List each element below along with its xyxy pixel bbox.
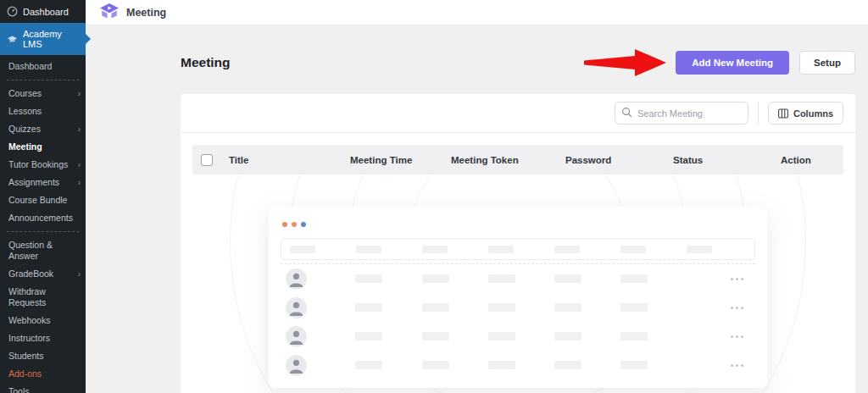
skeleton-bar [554, 274, 581, 283]
skeleton-rows [281, 264, 755, 379]
skeleton-bar [620, 303, 648, 312]
skeleton-bar [687, 246, 712, 253]
sidebar-item-course-bundle[interactable]: Course Bundle [0, 191, 86, 209]
toolbar-divider [758, 102, 759, 125]
sidebar-item-withdraw-requests[interactable]: Withdraw Requests [0, 283, 86, 312]
sidebar-item-gradebook[interactable]: GradeBook› [0, 265, 86, 283]
sidebar-item-wp-dashboard[interactable]: Dashboard [0, 0, 86, 23]
sidebar-item-lessons[interactable]: Lessons [0, 102, 86, 120]
page-title: Meeting [181, 55, 231, 70]
sidebar-item-meeting[interactable]: Meeting [0, 138, 86, 156]
sidebar-item-add-ons[interactable]: Add-ons [0, 365, 86, 383]
skeleton-bar [488, 361, 515, 369]
active-menu-arrow-icon [86, 34, 91, 44]
header-actions: Add New Meeting Setup [584, 47, 855, 79]
academy-lms-logo-icon [99, 3, 120, 21]
skeleton-bar [422, 246, 448, 253]
red-annotation-arrow-icon [584, 47, 669, 79]
table-body-empty-state [192, 174, 843, 393]
skeleton-bar [355, 274, 382, 283]
sidebar-item-courses[interactable]: Courses› [0, 85, 86, 102]
window-dot-icon [292, 222, 297, 227]
column-header-meeting-time: Meeting Time [350, 155, 451, 165]
sidebar-item-instructors[interactable]: Instructors [0, 329, 86, 347]
skeleton-row [281, 351, 755, 379]
avatar [286, 297, 307, 318]
table-header-row: Title Meeting Time Meeting Token Passwor… [192, 145, 843, 174]
skeleton-row [281, 322, 755, 351]
chevron-right-icon: › [78, 90, 81, 98]
empty-state-illustration [269, 207, 767, 388]
meetings-table: Title Meeting Time Meeting Token Passwor… [181, 133, 855, 393]
column-header-title: Title [229, 155, 350, 165]
sidebar-item-tools[interactable]: Tools [0, 383, 86, 393]
ellipsis-actions-icon [684, 307, 750, 309]
skeleton-row [281, 264, 755, 293]
skeleton-bar [488, 246, 514, 253]
columns-button-label: Columns [793, 108, 833, 119]
select-all-checkbox[interactable] [201, 154, 213, 166]
skeleton-bar [422, 274, 449, 283]
sidebar-item-academy-lms[interactable]: Academy LMS [0, 23, 86, 55]
column-header-password: Password [565, 155, 673, 165]
column-header-status: Status [673, 155, 781, 165]
person-icon [286, 355, 307, 376]
skeleton-bar [554, 361, 581, 369]
sidebar-item-assignments[interactable]: Assignments› [0, 174, 86, 191]
graduation-cap-icon [7, 34, 18, 45]
sidebar-submenu: Dashboard Courses› Lessons Quizzes› Meet… [0, 55, 86, 393]
sidebar-item-announcements[interactable]: Announcements [0, 209, 86, 227]
skeleton-bar [620, 361, 648, 369]
skeleton-bar [422, 303, 449, 312]
columns-icon [778, 108, 788, 119]
search-icon [621, 107, 632, 118]
sidebar-item-quizzes[interactable]: Quizzes› [0, 120, 86, 138]
sidebar-item-webhooks[interactable]: Webhooks [0, 312, 86, 329]
window-dot-icon [301, 222, 306, 227]
topbar-title: Meeting [126, 7, 166, 19]
columns-button[interactable]: Columns [768, 102, 843, 125]
skeleton-bar [554, 246, 580, 253]
chevron-right-icon: › [78, 270, 81, 279]
ellipsis-actions-icon [684, 364, 750, 367]
column-header-meeting-token: Meeting Token [451, 155, 565, 165]
sidebar-item-students[interactable]: Students [0, 347, 86, 365]
window-dot-icon [282, 222, 287, 227]
setup-button[interactable]: Setup [799, 51, 855, 75]
skeleton-bar [620, 246, 646, 253]
avatar [286, 268, 307, 290]
avatar [286, 326, 307, 347]
person-icon [286, 268, 307, 290]
skeleton-bar [422, 361, 449, 369]
sidebar-item-question-answer[interactable]: Question & Answer [0, 236, 86, 265]
skeleton-bar [554, 332, 581, 340]
chevron-right-icon: › [78, 179, 81, 187]
person-icon [286, 297, 307, 318]
search-box [615, 102, 748, 125]
chevron-right-icon: › [78, 161, 81, 169]
skeleton-bar [355, 361, 382, 369]
skeleton-bar [355, 303, 382, 312]
sidebar-item-label: Dashboard [23, 7, 69, 17]
search-meeting-input[interactable] [615, 102, 748, 125]
skeleton-bar [620, 274, 648, 283]
sidebar-divider [7, 80, 79, 80]
sidebar-item-dashboard[interactable]: Dashboard [0, 58, 86, 75]
ellipsis-actions-icon [684, 335, 750, 338]
skeleton-bar [488, 332, 515, 340]
add-new-meeting-button[interactable]: Add New Meeting [676, 51, 789, 75]
person-icon [286, 326, 307, 347]
skeleton-bar [620, 332, 648, 340]
skeleton-row [281, 293, 755, 322]
skeleton-bar [554, 303, 581, 312]
column-header-action: Action [781, 155, 835, 165]
skeleton-bar [422, 332, 449, 340]
admin-sidebar: Dashboard Academy LMS Dashboard Courses›… [0, 0, 86, 393]
skeleton-header-row [281, 238, 755, 260]
sidebar-item-tutor-bookings[interactable]: Tutor Bookings› [0, 156, 86, 174]
meeting-list-card: Columns Title Meeting Time Meeting Token… [181, 94, 855, 393]
skeleton-bar [488, 303, 515, 312]
ellipsis-actions-icon [684, 278, 750, 280]
main-content: Meeting Add New Meeting Setup [86, 25, 868, 393]
page-header: Meeting Add New Meeting Setup [181, 47, 855, 78]
